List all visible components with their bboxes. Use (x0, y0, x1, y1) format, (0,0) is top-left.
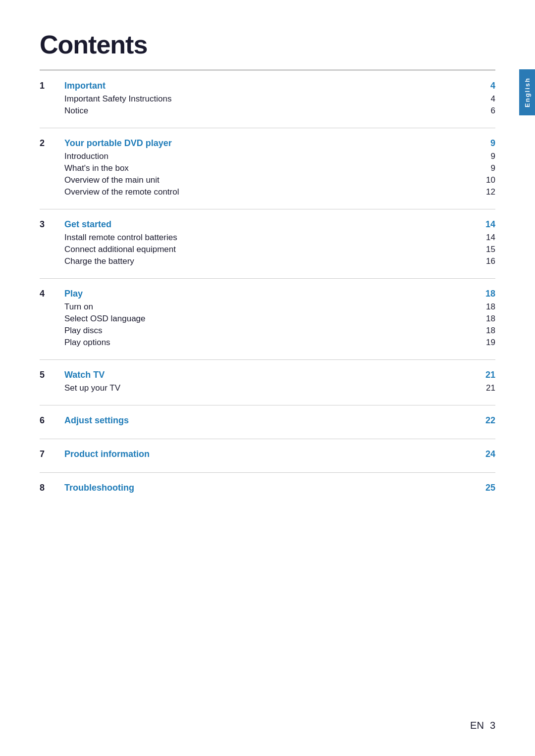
toc-heading-row-4: 4Play18 (40, 289, 495, 299)
toc-sub-page: 21 (476, 383, 495, 393)
toc-page-8: 25 (476, 483, 495, 493)
toc-sub-text: Turn on (64, 302, 476, 312)
toc-sub-page: 16 (476, 256, 495, 266)
toc-sub-text: Overview of the main unit (64, 175, 476, 185)
footer: EN 3 (470, 720, 495, 731)
toc-sub-page: 6 (476, 106, 495, 116)
toc-number-6: 6 (40, 415, 64, 426)
toc-subrow: Play options19 (40, 338, 495, 348)
toc-heading-4: Play (64, 289, 476, 299)
toc-sub-page: 15 (476, 245, 495, 254)
toc-subrow: Turn on18 (40, 302, 495, 312)
toc-subrow: Play discs18 (40, 326, 495, 336)
toc-sub-page: 9 (476, 151, 495, 161)
toc-number-1: 1 (40, 81, 64, 91)
toc-heading-row-3: 3Get started14 (40, 219, 495, 230)
toc-heading-row-8: 8Troubleshooting25 (40, 483, 495, 493)
footer-page-number: 3 (490, 720, 495, 731)
toc-subrow: Overview of the remote control12 (40, 187, 495, 197)
toc-heading-row-2: 2Your portable DVD player9 (40, 138, 495, 149)
toc-sub-text: What's in the box (64, 163, 476, 173)
page-title: Contents (40, 30, 495, 59)
toc-section-7: 7Product information24 (40, 439, 495, 472)
toc-page-6: 22 (476, 415, 495, 426)
toc-section-6: 6Adjust settings22 (40, 405, 495, 439)
toc-section-5: 5Watch TV21Set up your TV21 (40, 359, 495, 405)
toc-section-8: 8Troubleshooting25 (40, 472, 495, 506)
toc-heading-row-6: 6Adjust settings22 (40, 415, 495, 426)
toc-section-3: 3Get started14Install remote control bat… (40, 209, 495, 278)
toc-sub-page: 18 (476, 302, 495, 312)
toc-heading-5: Watch TV (64, 370, 476, 380)
toc-sub-text: Notice (64, 106, 476, 116)
toc-sub-text: Play discs (64, 326, 476, 336)
toc-heading-6: Adjust settings (64, 415, 476, 426)
toc-subrow: Notice6 (40, 106, 495, 116)
toc-sub-text: Charge the battery (64, 256, 476, 266)
toc-sub-text: Overview of the remote control (64, 187, 476, 197)
toc-number-4: 4 (40, 289, 64, 299)
toc-number-3: 3 (40, 219, 64, 230)
footer-language: EN (470, 720, 484, 731)
page-container: English Contents 1Important4Important Sa… (0, 0, 535, 756)
toc-number-5: 5 (40, 370, 64, 380)
toc-sub-page: 12 (476, 187, 495, 197)
toc-container: 1Important4Important Safety Instructions… (40, 70, 495, 506)
toc-sub-page: 4 (476, 94, 495, 104)
toc-heading-1: Important (64, 81, 476, 91)
toc-sub-text: Set up your TV (64, 383, 476, 393)
toc-section-2: 2Your portable DVD player9Introduction9W… (40, 128, 495, 209)
toc-heading-row-7: 7Product information24 (40, 449, 495, 459)
toc-number-7: 7 (40, 449, 64, 459)
toc-page-1: 4 (476, 81, 495, 91)
side-tab: English (519, 69, 535, 115)
toc-sub-page: 19 (476, 338, 495, 348)
toc-subrow: Connect additional equipment15 (40, 245, 495, 254)
toc-subrow: Select OSD language18 (40, 314, 495, 324)
toc-page-5: 21 (476, 370, 495, 380)
toc-sub-page: 18 (476, 326, 495, 336)
side-tab-label: English (524, 77, 531, 107)
toc-heading-row-1: 1Important4 (40, 81, 495, 91)
toc-page-2: 9 (476, 138, 495, 149)
toc-heading-2: Your portable DVD player (64, 138, 476, 149)
toc-sub-text: Connect additional equipment (64, 245, 476, 254)
toc-sub-text: Introduction (64, 151, 476, 161)
toc-heading-row-5: 5Watch TV21 (40, 370, 495, 380)
toc-sub-text: Install remote control batteries (64, 233, 476, 243)
toc-heading-8: Troubleshooting (64, 483, 476, 493)
toc-subrow: Charge the battery16 (40, 256, 495, 266)
toc-subrow: Set up your TV21 (40, 383, 495, 393)
toc-subrow: Overview of the main unit10 (40, 175, 495, 185)
toc-sub-page: 18 (476, 314, 495, 324)
toc-sub-page: 10 (476, 175, 495, 185)
toc-section-4: 4Play18Turn on18Select OSD language18Pla… (40, 278, 495, 359)
toc-sub-page: 9 (476, 163, 495, 173)
toc-sub-text: Select OSD language (64, 314, 476, 324)
toc-page-4: 18 (476, 289, 495, 299)
toc-page-3: 14 (476, 219, 495, 230)
toc-sub-text: Important Safety Instructions (64, 94, 476, 104)
toc-heading-7: Product information (64, 449, 476, 459)
toc-heading-3: Get started (64, 219, 476, 230)
toc-number-8: 8 (40, 483, 64, 493)
toc-sub-page: 14 (476, 233, 495, 243)
toc-subrow: Install remote control batteries14 (40, 233, 495, 243)
toc-subrow: Important Safety Instructions4 (40, 94, 495, 104)
toc-page-7: 24 (476, 449, 495, 459)
toc-section-1: 1Important4Important Safety Instructions… (40, 70, 495, 128)
toc-sub-text: Play options (64, 338, 476, 348)
toc-subrow: What's in the box9 (40, 163, 495, 173)
toc-subrow: Introduction9 (40, 151, 495, 161)
toc-number-2: 2 (40, 138, 64, 149)
